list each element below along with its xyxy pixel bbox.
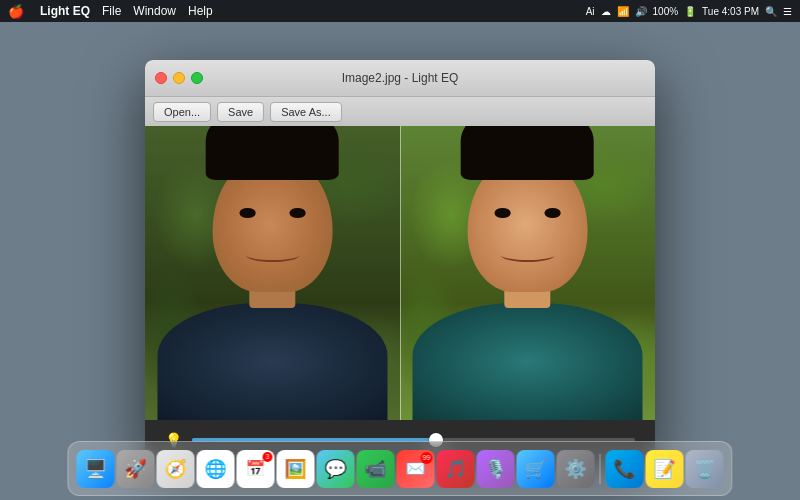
menu-extras-icon[interactable]: ☰ — [783, 6, 792, 17]
window-title: Image2.jpg - Light EQ — [342, 71, 459, 85]
hair-left — [206, 126, 339, 180]
close-button[interactable] — [155, 72, 167, 84]
dock-item-skype[interactable]: 📞 — [606, 450, 644, 488]
dock-item-podcasts[interactable]: 🎙️ — [477, 450, 515, 488]
dock-item-facetime[interactable]: 📹 — [357, 450, 395, 488]
dock-item-systemprefs[interactable]: ⚙️ — [557, 450, 595, 488]
status-icon-cloud: ☁ — [601, 6, 611, 17]
dock-item-calendar[interactable]: 📅 3 — [237, 450, 275, 488]
save-as-button[interactable]: Save As... — [270, 102, 342, 122]
menubar-left: 🍎 Light EQ File Window Help — [8, 4, 213, 19]
clock: Tue 4:03 PM — [702, 6, 759, 17]
title-bar: Image2.jpg - Light EQ — [145, 60, 655, 96]
smile-right — [501, 249, 555, 262]
dock-item-notes[interactable]: 📝 — [646, 450, 684, 488]
menu-window[interactable]: Window — [133, 4, 176, 18]
smile-left — [246, 249, 300, 262]
app-name[interactable]: Light EQ — [40, 4, 90, 18]
split-divider — [400, 126, 401, 420]
eye-right-l — [494, 208, 511, 217]
dock-item-messages[interactable]: 💬 — [317, 450, 355, 488]
image-left — [145, 126, 400, 420]
dock-item-music[interactable]: 🎵 — [437, 450, 475, 488]
menubar: 🍎 Light EQ File Window Help Ai ☁ 📶 🔊 100… — [0, 0, 800, 22]
traffic-lights — [155, 72, 203, 84]
spotlight-icon[interactable]: 🔍 — [765, 6, 777, 17]
toolbar: Open... Save Save As... — [145, 96, 655, 126]
dock-item-launchpad[interactable]: 🚀 — [117, 450, 155, 488]
image-area — [145, 126, 655, 420]
dock-item-chrome[interactable]: 🌐 — [197, 450, 235, 488]
hair-right — [461, 126, 594, 180]
menubar-right: Ai ☁ 📶 🔊 100% 🔋 Tue 4:03 PM 🔍 ☰ — [586, 0, 792, 22]
app-window: Image2.jpg - Light EQ Open... Save Save … — [145, 60, 655, 460]
maximize-button[interactable] — [191, 72, 203, 84]
status-icon-wifi: 📶 — [617, 6, 629, 17]
menu-help[interactable]: Help — [188, 4, 213, 18]
dock-item-appstore[interactable]: 🛒 — [517, 450, 555, 488]
image-right — [400, 126, 655, 420]
portrait-left — [158, 141, 388, 420]
status-icon-ai: Ai — [586, 6, 595, 17]
dock-separator — [600, 454, 601, 484]
eye-left-r — [289, 208, 306, 217]
dock-item-safari[interactable]: 🧭 — [157, 450, 195, 488]
menu-file[interactable]: File — [102, 4, 121, 18]
eye-right-r — [544, 208, 561, 217]
dock-item-trash[interactable]: 🗑️ — [686, 450, 724, 488]
battery-icon: 🔋 — [684, 6, 696, 17]
shirt-left — [158, 303, 388, 420]
dock-item-photos[interactable]: 🖼️ — [277, 450, 315, 488]
dock: 🖥️ 🚀 🧭 🌐 📅 3 🖼️ 💬 📹 ✉️ 99 🎵 🎙️ 🛒 ⚙️ 📞 📝 … — [68, 441, 733, 496]
battery-label: 100% — [653, 6, 679, 17]
apple-menu[interactable]: 🍎 — [8, 4, 24, 19]
portrait-right — [413, 141, 643, 420]
dock-item-mail[interactable]: ✉️ 99 — [397, 450, 435, 488]
status-icon-volume: 🔊 — [635, 6, 647, 17]
dock-item-finder[interactable]: 🖥️ — [77, 450, 115, 488]
save-button[interactable]: Save — [217, 102, 264, 122]
eye-left-l — [239, 208, 256, 217]
shirt-right — [413, 303, 643, 420]
minimize-button[interactable] — [173, 72, 185, 84]
open-button[interactable]: Open... — [153, 102, 211, 122]
